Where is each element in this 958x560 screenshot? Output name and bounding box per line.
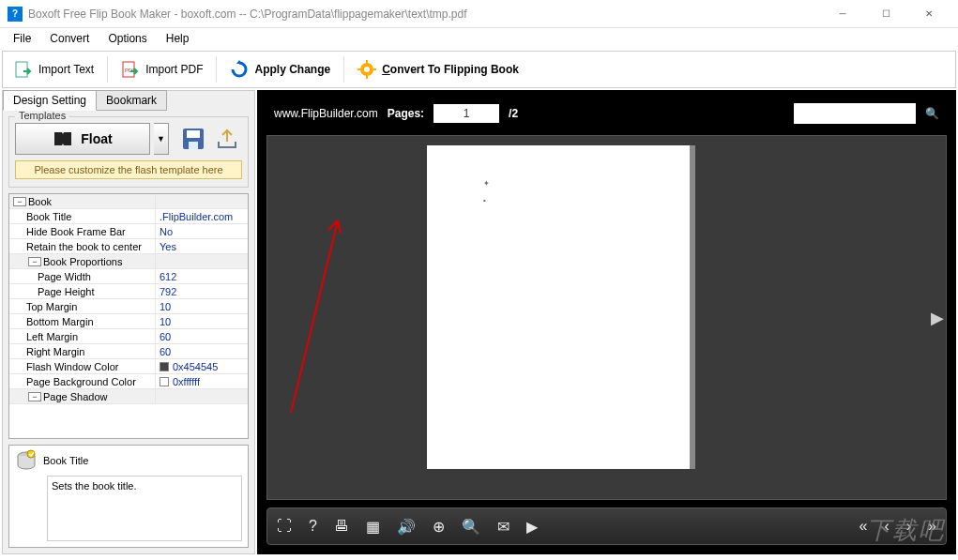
property-value[interactable]: 60 [155, 344, 248, 358]
menu-help[interactable]: Help [157, 30, 199, 47]
svg-point-4 [364, 67, 370, 72]
property-row[interactable]: Book Title.FlipBuilder.com [9, 209, 248, 224]
property-help-title: Book Title [43, 455, 88, 466]
maximize-button[interactable]: ☐ [864, 0, 907, 28]
property-row[interactable]: Page Background Color0xffffff [9, 374, 248, 389]
property-row[interactable]: Right Margin60 [9, 344, 248, 359]
preview-page[interactable]: ✦ • [427, 145, 690, 469]
book-icon [53, 130, 73, 147]
property-row[interactable]: Top Margin10 [9, 299, 248, 314]
help-icon[interactable]: ? [309, 518, 317, 535]
play-icon[interactable]: ▶ [526, 518, 538, 536]
page-total: /2 [509, 107, 518, 120]
window-titlebar: ? Boxoft Free Flip Book Maker - boxoft.c… [0, 0, 958, 28]
templates-legend: Templates [15, 110, 69, 121]
preview-canvas[interactable]: ✦ • ▶ [266, 135, 947, 500]
property-key: Page Background Color [26, 376, 136, 387]
thumbnails-icon[interactable]: ▦ [366, 518, 380, 536]
search-icon[interactable]: 🔍 [925, 107, 939, 120]
convert-rest: onvert To Flipping Book [390, 63, 519, 76]
property-key: Page Width [38, 271, 91, 282]
sound-icon[interactable]: 🔊 [397, 518, 416, 536]
property-value[interactable] [155, 254, 248, 268]
template-dropdown-button[interactable]: ▼ [154, 123, 169, 155]
property-value[interactable]: 0xffffff [155, 374, 248, 388]
property-value[interactable]: 60 [155, 329, 248, 343]
property-row[interactable]: Hide Book Frame BarNo [9, 224, 248, 239]
property-row[interactable]: Retain the book to centerYes [9, 239, 248, 254]
zoom-in-icon[interactable]: ⊕ [433, 518, 445, 536]
property-row[interactable]: −Book [9, 194, 248, 209]
property-key: Flash Window Color [26, 361, 118, 372]
property-key: Hide Book Frame Bar [26, 226, 126, 237]
print-icon[interactable]: 🖶 [334, 518, 349, 535]
property-value[interactable]: 10 [155, 299, 248, 313]
property-row[interactable]: Left Margin60 [9, 329, 248, 344]
property-value[interactable]: 0x454545 [155, 359, 248, 373]
property-value[interactable] [155, 194, 248, 208]
svg-rect-0 [16, 62, 27, 77]
zoom-out-icon[interactable]: 🔍 [462, 518, 480, 536]
window-title: Boxoft Free Flip Book Maker - boxoft.com… [28, 8, 821, 21]
main-toolbar: Import Text PDF Import PDF Apply Change … [2, 51, 956, 88]
property-row[interactable]: Bottom Margin10 [9, 314, 248, 329]
left-tabs: Design Setting Bookmark [3, 90, 254, 111]
property-row[interactable]: −Page Shadow [9, 389, 248, 404]
property-value[interactable]: 10 [155, 314, 248, 328]
minimize-button[interactable]: ─ [821, 0, 864, 28]
property-key: Book Title [26, 211, 71, 222]
main-content: Design Setting Bookmark Templates Float … [0, 90, 958, 556]
share-icon[interactable]: ✉ [497, 518, 509, 536]
convert-button[interactable]: Convert To Flipping Book [348, 54, 528, 84]
property-row[interactable]: Page Height792 [9, 284, 248, 299]
svg-rect-10 [187, 130, 200, 138]
property-value[interactable]: 792 [155, 284, 248, 298]
close-button[interactable]: ✕ [907, 0, 950, 28]
svg-rect-11 [189, 142, 198, 149]
customize-note[interactable]: Please customize the flash template here [15, 160, 242, 179]
next-page-arrow[interactable]: ▶ [931, 308, 944, 328]
property-grid[interactable]: −BookBook Title.FlipBuilder.comHide Book… [8, 193, 249, 439]
property-value[interactable]: Yes [155, 239, 248, 253]
app-icon: ? [8, 7, 23, 22]
property-key: Bottom Margin [26, 316, 94, 327]
menu-file[interactable]: File [4, 30, 40, 47]
property-value[interactable] [155, 389, 248, 403]
svg-line-14 [291, 220, 338, 413]
watermark: 下载吧 [866, 514, 945, 547]
property-help-box: Book Title Sets the book title. [8, 445, 249, 548]
convert-label: Convert To Flipping Book [382, 63, 519, 76]
export-template-button[interactable] [212, 123, 242, 155]
menu-convert[interactable]: Convert [40, 30, 99, 47]
save-template-button[interactable] [178, 123, 208, 155]
property-value[interactable]: .FlipBuilder.com [155, 209, 248, 223]
search-input[interactable] [794, 103, 916, 124]
import-pdf-icon: PDF [121, 60, 140, 79]
templates-group: Templates Float ▼ Please customize the f… [8, 116, 249, 188]
property-value[interactable]: 612 [155, 269, 248, 283]
import-pdf-label: Import PDF [145, 63, 203, 76]
import-text-icon [14, 60, 33, 79]
property-row[interactable]: Page Width612 [9, 269, 248, 284]
menu-options[interactable]: Options [99, 30, 156, 47]
tab-design-setting[interactable]: Design Setting [3, 90, 97, 111]
export-icon [215, 127, 239, 151]
fullscreen-icon[interactable]: ⛶ [277, 518, 292, 535]
svg-rect-5 [366, 60, 368, 64]
property-value[interactable]: No [155, 224, 248, 238]
svg-rect-8 [373, 68, 376, 70]
import-text-button[interactable]: Import Text [5, 54, 103, 84]
menu-bar: File Convert Options Help [0, 28, 958, 49]
property-row[interactable]: Flash Window Color0x454545 [9, 359, 248, 374]
property-help-body: Sets the book title. [47, 476, 242, 541]
property-key: Book [28, 196, 52, 207]
refresh-icon [230, 60, 249, 79]
property-row[interactable]: −Book Proportions [9, 254, 248, 269]
preview-brand: www.FlipBuilder.com [274, 107, 378, 120]
page-number-input[interactable] [433, 104, 499, 123]
import-pdf-button[interactable]: PDF Import PDF [112, 54, 212, 84]
template-select-button[interactable]: Float [15, 123, 150, 155]
tab-bookmark[interactable]: Bookmark [96, 90, 167, 111]
property-key: Right Margin [26, 346, 84, 357]
apply-change-button[interactable]: Apply Change [220, 54, 340, 84]
